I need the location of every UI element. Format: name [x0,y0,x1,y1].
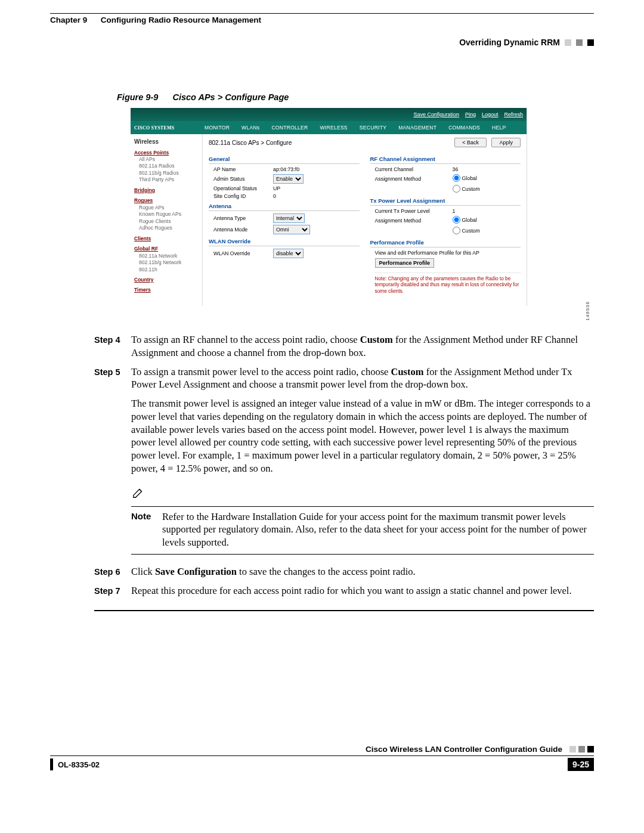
image-number: 146936 [585,301,590,321]
current-txpower-value: 1 [453,208,456,214]
tx-custom-radio[interactable]: Custom [453,227,480,234]
chapter-title: Configuring Radio Resource Management [101,16,261,24]
sidebar-g-bg[interactable]: 802.11b/g Network [139,259,199,266]
antenna-mode-label: Antenna Mode [213,227,273,233]
antenna-type-select[interactable]: Internal [273,213,305,223]
sidebar-global-rf[interactable]: Global RF [134,246,199,252]
section-tx-power: Tx Power Level Assignment [370,197,521,206]
sidebar-80211bg[interactable]: 802.11b/g Radios [139,170,199,176]
back-button[interactable]: < Back [454,138,487,147]
left-sidebar: Wireless Access Points All APs 802.11a R… [131,134,203,306]
decor-square [569,746,576,753]
sidebar-rogue-clients[interactable]: Rogue Clients [139,218,199,225]
ping-link[interactable]: Ping [465,112,476,117]
sidebar-80211a[interactable]: 802.11a Radios [139,163,199,169]
warning-note: Note: Changing any of the parameters cau… [375,272,521,294]
tab-controller[interactable]: CONTROLLER [265,125,314,131]
rf-custom-radio[interactable]: Custom [453,185,480,193]
header-left: Chapter 9 Configuring Radio Resource Man… [50,16,261,24]
sidebar-rogue-aps[interactable]: Rogue APs [139,205,199,211]
rf-global-radio[interactable]: Global [453,174,477,182]
tx-assign-method-label: Assignment Method [375,218,453,224]
step7-body: Repeat this procedure for each access po… [131,584,594,597]
section-perf-profile: Performance Profile [370,239,521,247]
tab-wlans[interactable]: WLANs [236,125,265,131]
sidebar-bridging[interactable]: Bridging [134,187,199,194]
sidebar-known-rogue[interactable]: Known Rogue APs [139,211,199,218]
section-title: Overriding Dynamic RRM [459,38,560,47]
section-rf-channel: RF Channel Assignment [370,156,521,164]
section-general: General [209,156,360,164]
decor-bar [50,758,53,770]
current-channel-value: 36 [453,166,459,172]
apname-value: ap:04:73:f0 [273,166,299,172]
sidebar-timers[interactable]: Timers [134,287,199,293]
tab-help[interactable]: HELP [486,125,512,131]
step4-label: Step 4 [94,333,131,360]
main-nav: CISCO SYSTEMS MONITOR WLANs CONTROLLER W… [131,121,527,134]
cisco-logo: CISCO SYSTEMS [131,125,199,131]
antenna-mode-select[interactable]: Omni [273,225,310,234]
tab-monitor[interactable]: MONITOR [199,125,236,131]
step5-label: Step 5 [94,366,131,392]
breadcrumb: 802.11a Cisco APs > Configure [209,140,292,146]
apname-label: AP Name [213,166,273,172]
logout-link[interactable]: Logout [482,112,499,117]
save-config-link[interactable]: Save Configuration [413,112,459,117]
step6-label: Step 6 [94,565,131,578]
refresh-link[interactable]: Refresh [504,112,523,117]
page-number: 9-25 [568,758,594,771]
sidebar-clients[interactable]: Clients [134,236,199,242]
wlan-override-label: WLAN Override [213,250,273,256]
decor-square [578,746,585,753]
sidebar-all-aps[interactable]: All APs [139,156,199,163]
perf-desc: View and edit Performance Profile for th… [375,250,521,256]
tab-security[interactable]: SECURITY [354,125,392,131]
figure-label: Figure 9-9 [117,92,158,102]
section-wlan-override: WLAN Override [209,238,360,246]
tab-wireless[interactable]: WIRELESS [314,125,354,131]
rf-assign-method-label: Assignment Method [375,176,453,182]
decor-square [587,39,594,46]
screenshot: Save Configuration Ping Logout Refresh C… [131,108,527,306]
oper-status-value: UP [273,185,280,191]
wlan-override-select[interactable]: disable [273,249,304,258]
admin-status-select[interactable]: Enable [273,174,304,184]
note-icon [131,486,145,499]
sidebar-third-party[interactable]: Third Party APs [139,176,199,183]
site-config-label: Site Config ID [213,193,273,199]
figure-caption: Figure 9-9 Cisco APs > Configure Page [117,92,594,102]
sidebar-access-points[interactable]: Access Points [134,150,199,156]
step5-body: To assign a transmit power level to the … [131,366,594,392]
site-config-value: 0 [273,193,276,199]
step7-label: Step 7 [94,584,131,597]
step6-body: Click Save Configuration to save the cha… [131,565,594,578]
oper-status-label: Operational Status [213,185,273,191]
perf-profile-button[interactable]: Performance Profile [375,258,435,268]
utility-nav: Save Configuration Ping Logout Refresh [131,108,527,121]
note-label: Note [131,510,162,549]
apply-button[interactable]: Apply [491,138,521,147]
sidebar-title: Wireless [134,138,199,146]
sidebar-adhoc[interactable]: Adhoc Rogues [139,225,199,231]
decor-square [587,746,594,753]
figure-title: Cisco APs > Configure Page [172,92,289,102]
decor-square [565,39,571,46]
admin-status-label: Admin Status [213,176,273,182]
step4-body: To assign an RF channel to the access po… [131,333,594,360]
power-level-paragraph: The transmit power level is assigned an … [131,397,594,475]
section-antenna: Antenna [209,203,360,211]
sidebar-country[interactable]: Country [134,277,199,283]
current-txpower-label: Current Tx Power Level [375,208,453,214]
footer-guide-title: Cisco Wireless LAN Controller Configurat… [366,745,562,754]
chapter-number: Chapter 9 [50,16,87,24]
current-channel-label: Current Channel [375,166,453,172]
footer-docnum: OL-8335-02 [58,760,100,769]
sidebar-g-a[interactable]: 802.11a Network [139,253,199,259]
decor-square [576,39,583,46]
tx-global-radio[interactable]: Global [453,216,477,224]
tab-management[interactable]: MANAGEMENT [392,125,442,131]
sidebar-g-h[interactable]: 802.11h [139,267,199,273]
sidebar-rogues[interactable]: Rogues [134,197,199,204]
tab-commands[interactable]: COMMANDS [442,125,486,131]
